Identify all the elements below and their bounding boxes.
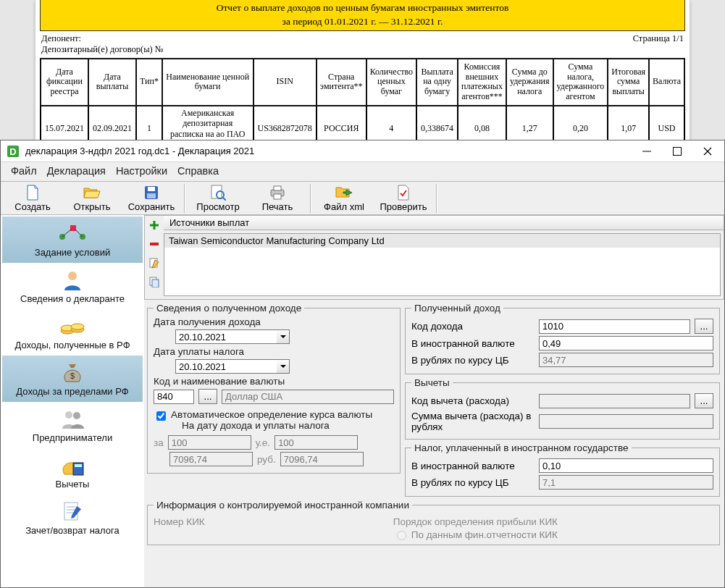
report-meta: Депонент: Депозитарный(е) договор(ы) № С… [40,31,685,58]
svg-rect-3 [674,147,682,155]
copy-source-button[interactable] [146,274,162,290]
date-received-input[interactable] [175,329,277,344]
folder-open-icon [83,185,101,201]
svg-rect-36 [152,280,159,287]
xml-file-icon [335,185,353,201]
svg-point-24 [71,324,84,329]
nav-about-declarant[interactable]: Сведения о декларанте [2,263,143,309]
svg-point-20 [68,272,77,280]
people-icon [59,407,85,430]
coins-icon [60,314,85,337]
menu-file[interactable]: Файл [11,165,37,177]
svg-point-26 [65,411,72,419]
rate-rub1-input [169,452,253,466]
rate-for-input [168,435,251,450]
app-window: D декларация 3-ндфл 2021 год.dc1 - Декла… [0,140,725,588]
printer-icon [269,185,286,201]
date-tax-input[interactable] [175,359,277,374]
auto-rate-checkbox[interactable] [156,411,166,421]
date-received-dropdown[interactable] [277,329,290,344]
date-tax-dropdown[interactable] [277,359,290,374]
income-foreign-input[interactable] [539,336,713,350]
svg-point-27 [73,412,80,419]
toolbar-print[interactable]: Печать [248,182,307,214]
money-bag-icon: $ [62,361,83,384]
currency-lookup-button[interactable]: ... [198,389,217,404]
svg-line-11 [223,198,226,201]
vertical-nav: Задание условий Сведения о декларанте До… [1,215,144,587]
nav-entrepreneurs[interactable]: Предприниматели [2,402,143,448]
toolbar-xml[interactable]: Файл xml [314,182,374,214]
toolbar-open[interactable]: Открыть [62,182,122,214]
kik-option-radio [397,531,406,540]
svg-rect-7 [148,187,155,191]
remove-source-button[interactable] [146,236,162,252]
menubar: Файл Декларация Настройки Справка [1,162,724,181]
add-source-button[interactable] [146,217,162,233]
toolbar: Создать Открыть Сохранить Просмотр Печат… [1,181,724,215]
checkmark-icon [397,185,410,201]
deductions-group: Вычеты Код вычета (расхода) ... Сумма вы… [405,377,720,440]
toolbar-preview[interactable]: Просмотр [188,182,248,214]
nav-offset-refund[interactable]: Зачет/возврат налога [2,495,143,541]
edit-source-button[interactable] [146,255,162,271]
close-button[interactable] [703,146,713,156]
nav-income-abroad[interactable]: $ Доходы за пределами РФ [2,356,143,402]
svg-rect-29 [75,464,82,467]
income-code-input[interactable] [539,319,690,334]
maximize-button[interactable] [672,146,682,156]
income-code-lookup-button[interactable]: ... [695,319,713,334]
titlebar: D декларация 3-ндфл 2021 год.dc1 - Декла… [1,140,724,162]
nav-income-rf[interactable]: Доходы, полученные в РФ [2,309,143,356]
svg-rect-17 [70,225,76,231]
toolbar-create[interactable]: Создать [3,182,62,214]
person-icon [62,268,83,291]
svg-rect-8 [147,193,156,198]
sources-list[interactable]: Taiwan Semiconductor Manufacturing Compa… [164,233,721,296]
app-logo-icon: D [7,145,20,158]
income-rub-input [539,353,713,367]
nav-deductions[interactable]: Вычеты [2,448,143,495]
kik-group: Информация о контролируемой иностранной … [147,500,720,545]
window-title: декларация 3-ндфл 2021 год.dc1 - Деклара… [25,146,254,156]
deduction-code-input [539,394,690,408]
menu-declaration[interactable]: Декларация [47,165,106,177]
svg-text:D: D [9,146,16,157]
svg-rect-13 [274,186,281,190]
nav-conditions[interactable]: Задание условий [2,217,143,263]
foreign-tax-group: Налог, уплаченный в иностранном государс… [405,442,720,497]
menu-settings[interactable]: Настройки [116,165,167,177]
deduction-lookup-button[interactable]: ... [695,393,713,408]
currency-name-field [222,390,394,404]
currency-code-input[interactable] [154,390,194,404]
calculator-icon [60,453,85,476]
sources-panel: Источники выплат Taiwan Semiconductor Ma… [144,215,724,300]
conditions-icon [56,222,89,245]
income-info-group: Сведения о полученном доходе Дата получе… [147,303,401,474]
deduction-sum-input [539,414,713,429]
floppy-icon [144,185,159,201]
sources-header: Источники выплат [164,216,724,230]
foreign-tax-rub-input [539,475,713,490]
received-income-group: Полученный доход Код дохода ... В иностр… [405,303,720,374]
sources-toolbar [145,216,164,299]
svg-text:$: $ [70,371,75,380]
document-pen-icon [62,500,83,523]
source-item[interactable]: Taiwan Semiconductor Manufacturing Compa… [164,234,720,248]
toolbar-check[interactable]: Проверить [374,182,433,214]
toolbar-save[interactable]: Сохранить [122,182,181,214]
foreign-tax-fc-input[interactable] [539,458,713,473]
svg-rect-14 [274,194,281,199]
magnifier-page-icon [210,185,226,201]
minimize-button[interactable] [642,146,652,156]
new-file-icon [26,185,39,201]
rate-rub2-input [280,452,364,466]
report-title: Отчет о выплате доходов по ценным бумага… [40,0,685,31]
rate-ue-input [275,435,358,450]
menu-help[interactable]: Справка [177,165,219,177]
svg-line-18 [62,229,72,237]
svg-line-19 [75,229,83,237]
